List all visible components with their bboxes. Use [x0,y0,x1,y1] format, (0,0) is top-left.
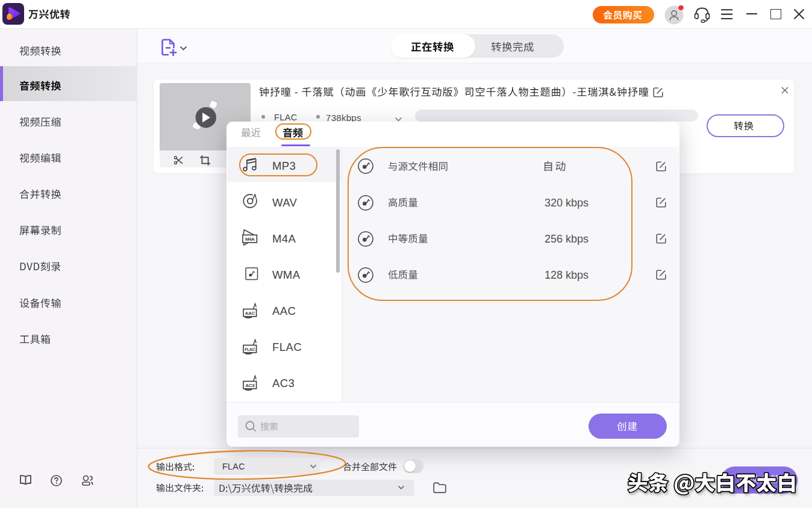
svg-text:AAC: AAC [245,311,255,316]
svg-text:AC3: AC3 [245,383,255,388]
svg-text:M4A: M4A [245,237,255,242]
svg-text:FLAC: FLAC [245,347,255,352]
